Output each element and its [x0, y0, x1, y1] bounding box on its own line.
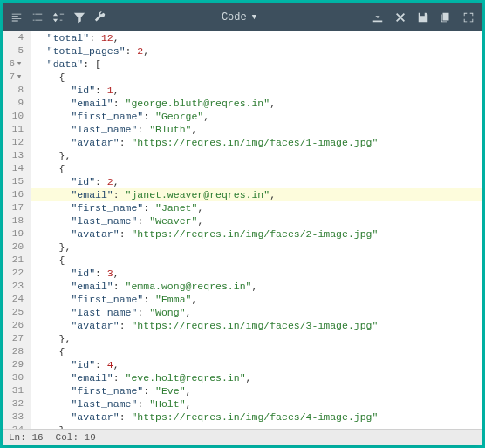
line-number: 19: [7, 227, 24, 241]
mode-dropdown[interactable]: Code ▼: [115, 11, 363, 24]
code-line[interactable]: "email": "eve.holt@reqres.in",: [31, 371, 482, 384]
code-line[interactable]: "last_name": "Weaver",: [31, 214, 482, 227]
code-line[interactable]: "email": "emma.wong@reqres.in",: [31, 280, 482, 293]
line-number: 27: [7, 332, 24, 345]
line-number: 16: [7, 188, 24, 201]
line-number: 6▾: [7, 58, 24, 71]
code-line[interactable]: "email": "janet.weaver@reqres.in",: [31, 188, 482, 201]
line-number: 32: [7, 397, 24, 411]
line-number: 25: [7, 306, 24, 319]
code-line[interactable]: },: [31, 332, 482, 345]
code-line[interactable]: "email": "george.bluth@reqres.in",: [31, 97, 482, 110]
editor-window: Code ▼ 456▾7▾891011121314151617181920212…: [3, 3, 482, 445]
status-bar: Ln: 16 Col: 19: [3, 429, 482, 445]
wrench-icon[interactable]: [94, 11, 106, 24]
code-line[interactable]: },: [31, 424, 482, 429]
fold-toggle-icon[interactable]: ▾: [15, 58, 24, 71]
code-line[interactable]: "id": 1,: [31, 84, 482, 97]
toolbar-right: [372, 11, 475, 24]
line-number: 30: [7, 371, 24, 384]
line-number: 8: [7, 84, 24, 97]
line-number: 11: [7, 123, 24, 136]
download-icon[interactable]: [372, 11, 384, 24]
code-line[interactable]: "id": 4,: [31, 358, 482, 371]
code-line[interactable]: {: [31, 254, 482, 267]
line-number: 14: [7, 162, 24, 175]
code-line[interactable]: "last_name": "Bluth",: [31, 123, 482, 136]
code-line[interactable]: "data": [: [31, 58, 482, 71]
close-icon[interactable]: [394, 11, 406, 24]
code-line[interactable]: "id": 3,: [31, 267, 482, 280]
copy-icon[interactable]: [440, 11, 452, 24]
toolbar: Code ▼: [3, 3, 482, 31]
toolbar-left: [10, 11, 106, 24]
line-number: 22: [7, 267, 24, 280]
chevron-down-icon: ▼: [252, 13, 256, 22]
code-line[interactable]: {: [31, 345, 482, 358]
code-content[interactable]: "total": 12, "total_pages": 2, "data": […: [31, 31, 482, 429]
line-number: 28: [7, 345, 24, 358]
filter-icon[interactable]: [73, 11, 85, 24]
code-line[interactable]: "avatar": "https://reqres.in/img/faces/4…: [31, 411, 482, 424]
sort-icon[interactable]: [52, 11, 65, 24]
fold-toggle-icon[interactable]: ▾: [15, 71, 24, 84]
line-number: 4: [7, 31, 24, 44]
line-number: 5: [7, 44, 24, 58]
line-number-gutter: 456▾7▾8910111213141516171819202122232425…: [3, 31, 31, 429]
code-area[interactable]: 456▾7▾8910111213141516171819202122232425…: [3, 31, 482, 429]
line-number: 23: [7, 280, 24, 293]
code-line[interactable]: "avatar": "https://reqres.in/img/faces/3…: [31, 319, 482, 332]
code-line[interactable]: "avatar": "https://reqres.in/img/faces/2…: [31, 227, 482, 241]
code-line[interactable]: "id": 2,: [31, 175, 482, 188]
status-col: Col: 19: [56, 432, 96, 443]
line-number: 29: [7, 358, 24, 371]
line-number: 12: [7, 136, 24, 149]
expand-icon[interactable]: [462, 11, 475, 24]
line-number: 33: [7, 411, 24, 424]
line-number: 15: [7, 175, 24, 188]
line-number: 18: [7, 214, 24, 227]
code-line[interactable]: "first_name": "Eve",: [31, 384, 482, 397]
format-icon[interactable]: [10, 11, 23, 24]
save-icon[interactable]: [417, 11, 429, 24]
code-line[interactable]: "last_name": "Wong",: [31, 306, 482, 319]
line-number: 17: [7, 201, 24, 214]
code-line[interactable]: "first_name": "Emma",: [31, 293, 482, 306]
status-line: Ln: 16: [9, 432, 44, 443]
line-number: 24: [7, 293, 24, 306]
list-icon[interactable]: [31, 11, 44, 24]
line-number: 31: [7, 384, 24, 397]
code-line[interactable]: "last_name": "Holt",: [31, 397, 482, 411]
code-line[interactable]: "total": 12,: [31, 31, 482, 44]
line-number: 7▾: [7, 71, 24, 84]
code-line[interactable]: "total_pages": 2,: [31, 44, 482, 58]
line-number: 21: [7, 254, 24, 267]
code-line[interactable]: },: [31, 241, 482, 254]
line-number: 9: [7, 97, 24, 110]
code-line[interactable]: "first_name": "George",: [31, 110, 482, 123]
line-number: 13: [7, 149, 24, 162]
code-line[interactable]: "first_name": "Janet",: [31, 201, 482, 214]
code-line[interactable]: {: [31, 71, 482, 84]
line-number: 10: [7, 110, 24, 123]
code-line[interactable]: {: [31, 162, 482, 175]
line-number: 20: [7, 241, 24, 254]
code-line[interactable]: },: [31, 149, 482, 162]
code-line[interactable]: "avatar": "https://reqres.in/img/faces/1…: [31, 136, 482, 149]
mode-label: Code: [222, 11, 247, 24]
line-number: 26: [7, 319, 24, 332]
